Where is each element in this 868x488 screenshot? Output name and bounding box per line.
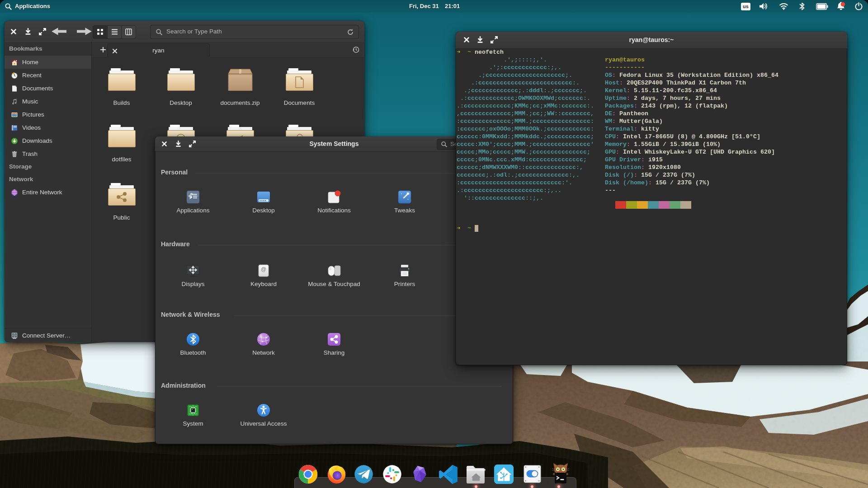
- svg-text:@: @: [261, 266, 266, 272]
